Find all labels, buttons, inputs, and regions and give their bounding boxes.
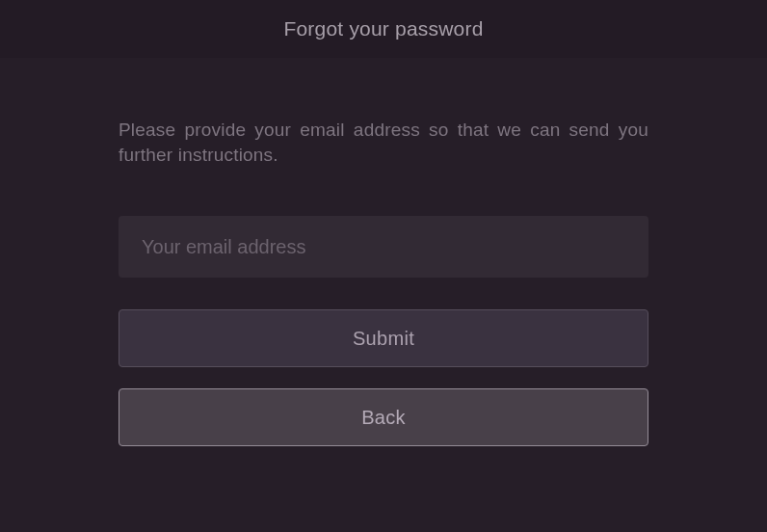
instruction-text: Please provide your email address so tha… <box>119 118 648 167</box>
page-header: Forgot your password <box>0 0 767 58</box>
page-title: Forgot your password <box>283 17 483 40</box>
forgot-password-form: Please provide your email address so tha… <box>119 58 648 446</box>
back-button[interactable]: Back <box>119 388 648 446</box>
submit-button[interactable]: Submit <box>119 309 648 367</box>
email-field[interactable] <box>119 216 648 278</box>
